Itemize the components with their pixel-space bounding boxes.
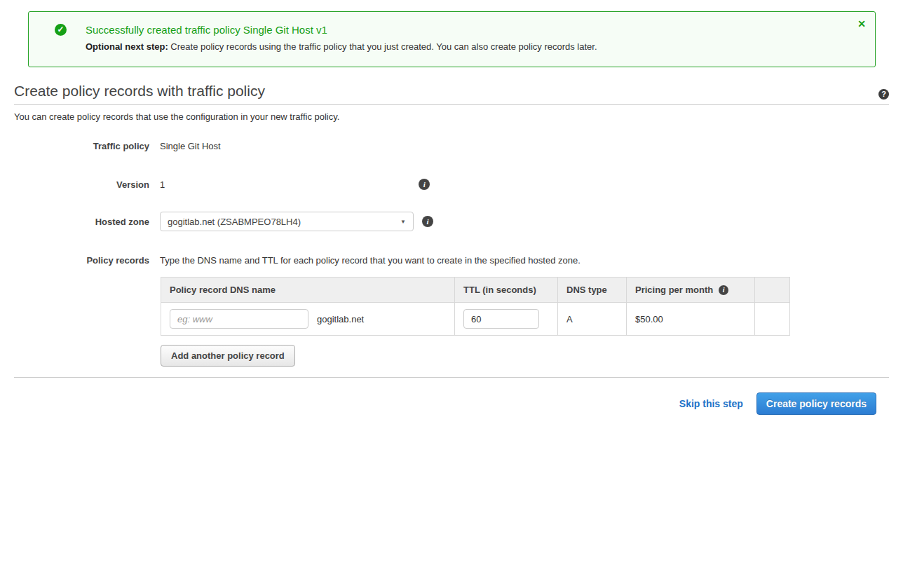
chevron-down-icon: ▼ (400, 219, 406, 225)
skip-this-step-link[interactable]: Skip this step (679, 398, 743, 409)
pricing-column-header-label: Pricing per month (635, 285, 713, 295)
pricing-column-header: Pricing per month i (627, 278, 755, 303)
add-another-policy-record-button[interactable]: Add another policy record (161, 345, 295, 367)
page-title: Create policy records with traffic polic… (14, 82, 265, 100)
hosted-zone-row: Hosted zone gogitlab.net (ZSABMPEO78LH4)… (14, 212, 889, 231)
dns-type-column-header: DNS type (558, 278, 627, 303)
hosted-zone-select[interactable]: gogitlab.net (ZSABMPEO78LH4) ▼ (160, 212, 414, 231)
create-policy-records-button[interactable]: Create policy records (756, 392, 876, 415)
actions-column-header (755, 278, 790, 303)
version-row: Version 1 i (14, 179, 889, 190)
hosted-zone-selected-value: gogitlab.net (ZSABMPEO78LH4) (168, 217, 301, 227)
version-label: Version (14, 179, 149, 190)
banner-close-icon[interactable]: ✕ (857, 19, 866, 29)
ttl-input[interactable] (463, 309, 539, 329)
policy-record-table-row: gogitlab.net A $50.00 (161, 303, 790, 336)
success-banner-title: Successfully created traffic policy Sing… (86, 23, 597, 36)
hosted-zone-info-icon[interactable]: i (422, 216, 433, 227)
dns-name-input[interactable] (170, 309, 308, 329)
traffic-policy-row: Traffic policy Single Git Host (14, 141, 889, 151)
dns-name-column-header: Policy record DNS name (161, 278, 455, 303)
help-icon[interactable]: ? (878, 89, 889, 100)
pricing-value: $50.00 (627, 303, 755, 336)
footer-divider (14, 377, 889, 378)
version-value: 1 (160, 179, 165, 190)
success-check-icon: ✓ (55, 24, 67, 36)
hosted-zone-label: Hosted zone (14, 217, 149, 227)
policy-records-row: Policy records Type the DNS name and TTL… (14, 255, 889, 266)
optional-next-step-text: Create policy records using the traffic … (168, 41, 597, 52)
success-banner-subtext: Optional next step: Create policy record… (86, 41, 597, 53)
policy-records-description: Type the DNS name and TTL for each polic… (160, 255, 580, 266)
policy-records-label: Policy records (14, 255, 149, 266)
version-info-icon[interactable]: i (419, 179, 430, 190)
dns-name-suffix: gogitlab.net (317, 314, 364, 324)
traffic-policy-value: Single Git Host (160, 141, 221, 151)
header-divider (14, 104, 889, 105)
success-banner: ✓ Successfully created traffic policy Si… (28, 11, 876, 67)
ttl-column-header: TTL (in seconds) (455, 278, 558, 303)
dns-type-value: A (558, 303, 627, 336)
row-actions-cell (755, 303, 790, 336)
page-description: You can create policy records that use t… (14, 111, 889, 122)
footer-actions: Skip this step Create policy records (14, 392, 889, 415)
optional-next-step-label: Optional next step: (86, 41, 168, 52)
traffic-policy-label: Traffic policy (14, 141, 149, 151)
table-header-row: Policy record DNS name TTL (in seconds) … (161, 278, 790, 303)
policy-records-table: Policy record DNS name TTL (in seconds) … (161, 277, 790, 336)
pricing-info-icon[interactable]: i (719, 285, 728, 295)
